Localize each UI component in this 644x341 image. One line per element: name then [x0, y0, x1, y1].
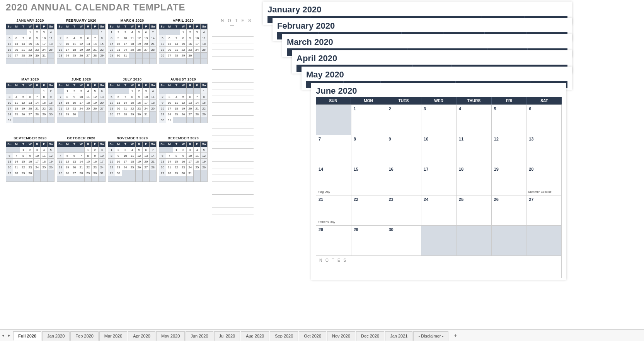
mini-day-cell [180, 117, 187, 123]
sheet-tab[interactable]: Full 2020 [13, 331, 41, 341]
day-cell[interactable]: 21Father's Day [316, 195, 351, 226]
day-cell[interactable]: 29 [351, 226, 386, 256]
day-cell[interactable]: 6 [526, 105, 562, 135]
sheet-tab[interactable]: Mar 2020 [99, 331, 127, 341]
mini-calendar: MAY 2020SuMTWRFSa12345678910111213141516… [6, 77, 55, 123]
mini-day-cell: 25 [48, 47, 55, 53]
day-cell[interactable]: 14Flag Day [316, 165, 351, 195]
add-sheet-button[interactable]: + [451, 331, 460, 340]
mini-day-cell: 5 [78, 35, 85, 41]
mini-day-cell: 25 [71, 53, 78, 58]
mini-dow-header: M [166, 142, 173, 147]
mini-day-cell: 11 [48, 35, 55, 41]
day-cell[interactable]: 11 [456, 135, 491, 165]
mini-day-cell: 16 [136, 100, 143, 106]
mini-day-cell: 2 [71, 88, 78, 94]
day-cell[interactable]: 15 [351, 165, 386, 195]
day-cell[interactable]: 27 [526, 195, 562, 226]
mini-day-cell: 6 [71, 153, 78, 159]
sheet-tab[interactable]: Oct 2020 [299, 331, 326, 341]
notes-line [212, 142, 254, 149]
mini-day-cell [173, 88, 180, 94]
mini-month-title: OCTOBER 2020 [57, 136, 106, 140]
mini-day-cell [180, 58, 187, 64]
mini-day-cell: 9 [115, 153, 122, 159]
sheet-tab[interactable]: Nov 2020 [327, 331, 355, 341]
day-cell[interactable] [456, 226, 491, 256]
day-cell[interactable]: 12 [491, 135, 526, 165]
sheet-tab[interactable]: Jan 2021 [385, 331, 412, 341]
mini-day-cell: 14 [194, 100, 201, 106]
mini-day-cell [64, 29, 71, 35]
mini-day-cell: 22 [85, 165, 92, 170]
mini-day-cell: 1 [27, 29, 34, 35]
day-cell[interactable]: 1 [351, 105, 386, 135]
day-cell[interactable]: 2 [386, 105, 421, 135]
mini-day-cell: 8 [27, 35, 34, 41]
sheet-tab[interactable]: Dec 2020 [356, 331, 384, 341]
event-label: Summer Solstice [528, 190, 551, 194]
mini-day-cell: 1 [20, 147, 27, 153]
day-cell[interactable]: 10 [421, 135, 457, 165]
day-cell[interactable]: 7 [316, 135, 351, 165]
mini-day-cell: 27 [187, 111, 194, 117]
day-cell[interactable]: 24 [421, 195, 457, 226]
day-cell[interactable]: 16 [386, 165, 421, 195]
tab-next-icon[interactable]: ▸ [6, 331, 12, 340]
notes-line [212, 70, 254, 76]
day-cell[interactable]: 22 [351, 195, 386, 226]
day-cell[interactable] [421, 226, 457, 256]
sheet-tab[interactable]: Jul 2020 [214, 331, 240, 341]
mini-day-cell: 3 [194, 29, 201, 35]
mini-day-cell [201, 117, 208, 123]
mini-day-cell: 12 [92, 94, 99, 100]
day-cell[interactable]: 5 [491, 105, 526, 135]
day-cell[interactable]: 9 [386, 135, 421, 165]
day-cell[interactable]: 26 [491, 195, 526, 226]
day-cell[interactable]: 25 [456, 195, 491, 226]
day-cell[interactable]: 3 [421, 105, 457, 135]
day-cell[interactable]: 28 [316, 226, 351, 256]
mini-day-cell: 18 [71, 47, 78, 53]
sheet-tab[interactable]: May 2020 [156, 331, 185, 341]
mini-month-title: MARCH 2020 [108, 19, 157, 22]
mini-dow-header: Sa [99, 142, 106, 147]
mini-day-cell: 6 [85, 35, 92, 41]
day-cell[interactable]: 17 [421, 165, 457, 195]
mini-day-cell [159, 58, 166, 64]
mini-day-cell: 13 [71, 159, 78, 165]
notes-line [212, 149, 254, 155]
sheet-tab[interactable]: Aug 2020 [241, 331, 269, 341]
mini-dow-header: F [143, 142, 150, 147]
mini-day-cell: 6 [187, 94, 194, 100]
day-cell[interactable]: 23 [386, 195, 421, 226]
mini-day-cell: 28 [194, 111, 201, 117]
day-cell[interactable]: 19 [491, 165, 526, 195]
tab-prev-icon[interactable]: ◂ [0, 331, 6, 340]
mini-day-cell: 26 [108, 111, 115, 117]
mini-day-cell: 26 [92, 106, 99, 111]
mini-day-cell: 19 [64, 165, 71, 170]
month-notes-area[interactable]: N O T E S [316, 256, 562, 278]
mini-day-cell [48, 117, 55, 123]
day-cell[interactable]: 30 [386, 226, 421, 256]
sheet-tab[interactable]: - Disclaimer - [413, 331, 448, 341]
day-cell[interactable]: 20Summer Solstice [526, 165, 562, 195]
day-cell[interactable]: 18 [456, 165, 491, 195]
sheet-tab[interactable]: Jun 2020 [186, 331, 213, 341]
day-cell[interactable] [526, 226, 562, 256]
sheet-tab[interactable]: Apr 2020 [128, 331, 155, 341]
notes-line [212, 96, 254, 103]
day-cell[interactable] [491, 226, 526, 256]
event-label: Father's Day [318, 220, 335, 224]
mini-day-cell: 18 [129, 159, 136, 165]
mini-day-cell: 12 [20, 100, 27, 106]
day-cell[interactable]: 13 [526, 135, 562, 165]
sheet-tab[interactable]: Jan 2020 [42, 331, 70, 341]
sheet-tab[interactable]: Sep 2020 [270, 331, 298, 341]
sheet-tab[interactable]: Feb 2020 [70, 331, 98, 341]
day-cell[interactable] [316, 105, 351, 135]
mini-day-cell: 24 [99, 165, 106, 170]
day-cell[interactable]: 4 [456, 105, 491, 135]
day-cell[interactable]: 8 [351, 135, 386, 165]
